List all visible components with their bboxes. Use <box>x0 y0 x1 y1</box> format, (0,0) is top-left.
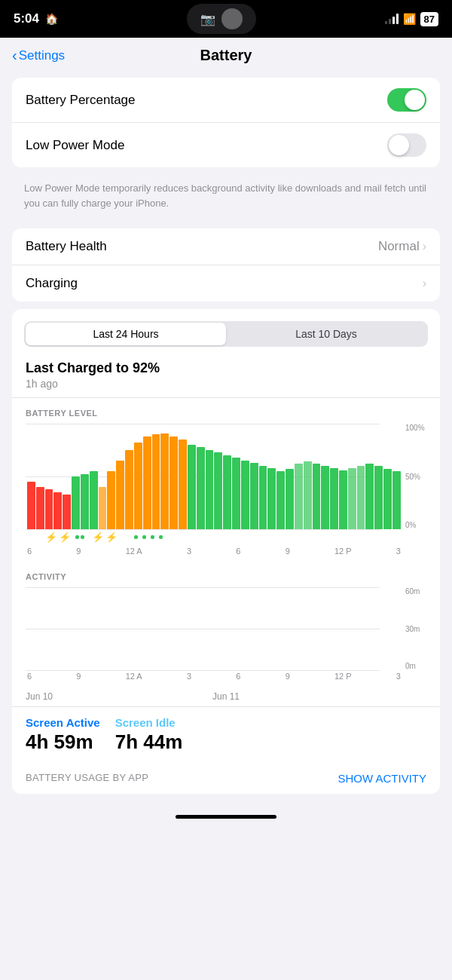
battery-percentage-toggle[interactable] <box>387 88 426 112</box>
date-labels-row: Jun 10 Jun 11 <box>12 687 440 706</box>
battery-bar <box>143 436 151 529</box>
battery-bar <box>259 466 267 529</box>
charging-dot-1 <box>75 535 79 539</box>
x-act-6a: 6 <box>27 672 32 681</box>
low-power-description: Low Power Mode temporarily reduces backg… <box>12 175 440 221</box>
battery-percentage-row[interactable]: Battery Percentage <box>12 78 440 123</box>
time-range-segmented-control[interactable]: Last 24 Hours Last 10 Days <box>24 321 428 347</box>
battery-bar <box>321 466 329 529</box>
battery-bars-container <box>26 424 402 529</box>
battery-health-row[interactable]: Battery Health Normal › <box>12 228 440 265</box>
battery-health-value: Normal › <box>378 239 426 254</box>
x-label-6a: 6 <box>27 547 32 556</box>
charging-bolt-2: ⚡ <box>59 531 71 543</box>
activity-chart-row: 60m 30m 0m <box>26 587 426 670</box>
status-icons: 📶 87 <box>385 12 438 26</box>
charging-chevron: › <box>423 277 426 290</box>
battery-bar <box>170 436 178 529</box>
battery-status-indicator: 87 <box>420 12 438 26</box>
x-axis-activity: 6 9 12 A 3 6 9 12 P 3 <box>26 670 402 681</box>
date-jun10: Jun 10 <box>26 691 159 702</box>
battery-bar <box>357 466 365 529</box>
charging-dot-6 <box>159 535 163 539</box>
x-act-9p: 9 <box>286 672 290 681</box>
last-24-hours-tab[interactable]: Last 24 Hours <box>26 323 226 345</box>
battery-bar <box>214 452 222 529</box>
x-act-3a: 3 <box>187 672 191 681</box>
nav-bar: ‹ Settings Battery <box>0 38 452 70</box>
battery-bar <box>53 492 62 529</box>
battery-bar <box>160 433 169 529</box>
battery-bar <box>116 461 124 529</box>
last-charged-title: Last Charged to 92% <box>26 360 426 376</box>
x-label-9a: 9 <box>76 547 81 556</box>
back-arrow-icon: ‹ <box>12 47 17 64</box>
battery-bar <box>232 458 240 529</box>
battery-percentage-label: Battery Percentage <box>26 93 136 108</box>
battery-bar <box>72 476 80 529</box>
y-label-30m: 30m <box>405 625 426 633</box>
low-power-mode-toggle[interactable] <box>387 133 426 157</box>
date-spacer <box>293 691 426 702</box>
charging-dot-4 <box>142 535 146 539</box>
home-indicator <box>176 815 276 819</box>
wifi-icon: 📶 <box>403 13 416 25</box>
screen-idle-value: 7h 44m <box>115 730 183 754</box>
battery-usage-label: BATTERY USAGE BY APP <box>26 772 148 785</box>
battery-health-label: Battery Health <box>26 239 107 254</box>
screen-active-summary: Screen Active 4h 59m <box>26 716 100 754</box>
charging-bolt-4: ⚡ <box>105 531 118 543</box>
home-icon: 🏠 <box>45 13 58 25</box>
charging-bolt-3: ⚡ <box>92 531 104 543</box>
battery-chart-row: 100% 50% 0% <box>26 424 426 529</box>
x-label-3p: 3 <box>396 547 401 556</box>
last-10-days-tab[interactable]: Last 10 Days <box>226 323 426 345</box>
home-indicator-area <box>0 801 452 823</box>
battery-bar <box>286 469 294 529</box>
screen-active-label: Screen Active <box>26 716 100 729</box>
y-axis-activity: 60m 30m 0m <box>402 587 426 670</box>
low-power-mode-row[interactable]: Low Power Mode <box>12 123 440 167</box>
battery-bar <box>223 455 231 529</box>
battery-bar <box>36 487 44 529</box>
battery-bar <box>348 468 356 529</box>
x-act-3p: 3 <box>396 672 401 681</box>
battery-bar <box>392 471 401 529</box>
battery-bar <box>197 447 205 529</box>
back-label: Settings <box>19 48 65 63</box>
screen-idle-label: Screen Idle <box>115 716 183 729</box>
x-label-12p: 12 P <box>334 547 352 556</box>
battery-bar <box>188 445 196 529</box>
y-label-50: 50% <box>405 473 426 481</box>
battery-bar <box>295 464 303 529</box>
battery-bar <box>250 463 258 529</box>
activity-bars-container <box>26 587 402 670</box>
battery-bar <box>179 439 187 529</box>
x-label-9p: 9 <box>286 547 290 556</box>
screen-idle-summary: Screen Idle 7h 44m <box>115 716 183 754</box>
back-button[interactable]: ‹ Settings <box>12 47 65 64</box>
low-power-mode-label: Low Power Mode <box>26 138 124 153</box>
battery-bar <box>81 474 89 529</box>
charge-info-section: Last Charged to 92% 1h ago <box>12 357 440 398</box>
x-act-12p: 12 P <box>334 672 352 681</box>
battery-level-section: BATTERY LEVEL <box>12 398 440 562</box>
last-charged-time: 1h ago <box>26 378 426 390</box>
show-activity-link[interactable]: SHOW ACTIVITY <box>337 772 426 785</box>
battery-bar <box>45 489 53 529</box>
chevron-right-icon-2: › <box>423 277 426 290</box>
x-act-6p: 6 <box>236 672 240 681</box>
battery-settings-card: Battery Percentage Low Power Mode <box>12 78 440 167</box>
battery-bar <box>276 471 285 529</box>
footer-row: BATTERY USAGE BY APP SHOW ACTIVITY <box>12 763 440 788</box>
y-label-60m: 60m <box>405 587 426 596</box>
camera-icon: 📷 <box>200 12 215 26</box>
toggle-thumb <box>405 90 425 110</box>
x-act-12a: 12 A <box>126 672 142 681</box>
x-axis-battery: 6 9 12 A 3 6 9 12 P 3 <box>26 545 402 556</box>
y-label-0: 0% <box>405 521 426 529</box>
charging-row[interactable]: Charging › <box>12 265 440 302</box>
charging-dot-5 <box>151 535 154 539</box>
x-label-12a: 12 A <box>126 547 142 556</box>
charging-indicators: ⚡ ⚡ ⚡ ⚡ <box>26 529 426 545</box>
